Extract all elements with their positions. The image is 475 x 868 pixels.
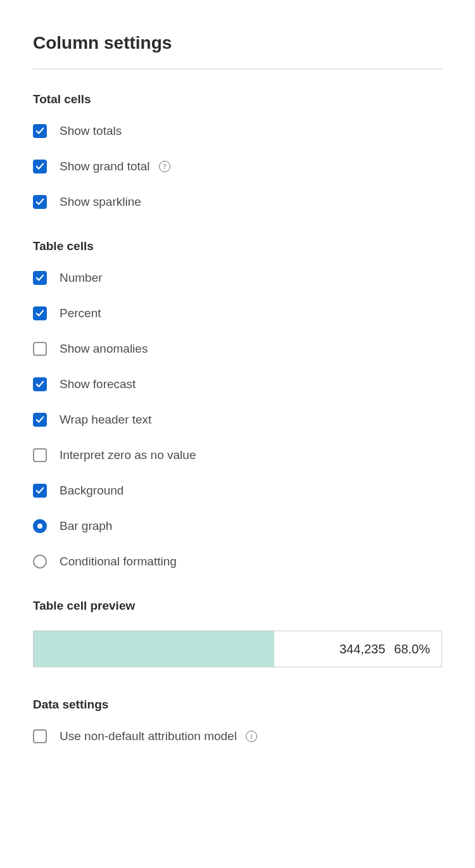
data-settings-heading: Data settings: [33, 698, 442, 712]
check-icon: [35, 198, 44, 206]
show-forecast-checkbox[interactable]: [33, 377, 47, 391]
preview-number: 344,235: [339, 642, 385, 657]
table-cell-preview: 344,235 68.0%: [33, 631, 442, 667]
page-title: Column settings: [33, 33, 442, 53]
preview-values: 344,235 68.0%: [339, 642, 430, 657]
table-cell-preview-heading: Table cell preview: [33, 599, 442, 613]
data-settings-section: Data settings Use non-default attributio…: [33, 698, 442, 743]
check-icon: [35, 274, 44, 282]
bar-graph-row: Bar graph: [33, 519, 442, 533]
show-forecast-row: Show forecast: [33, 377, 442, 391]
number-checkbox[interactable]: [33, 271, 47, 285]
table-cell-preview-section: Table cell preview 344,235 68.0%: [33, 599, 442, 667]
total-cells-heading: Total cells: [33, 92, 442, 106]
percent-row: Percent: [33, 306, 442, 320]
show-anomalies-checkbox[interactable]: [33, 342, 47, 356]
show-totals-label[interactable]: Show totals: [60, 124, 122, 138]
conditional-formatting-label[interactable]: Conditional formatting: [60, 555, 177, 569]
show-anomalies-label[interactable]: Show anomalies: [60, 342, 148, 356]
title-divider: [33, 68, 442, 70]
non-default-attribution-row: Use non-default attribution model: [33, 729, 442, 743]
show-anomalies-row: Show anomalies: [33, 342, 442, 356]
interpret-zero-checkbox[interactable]: [33, 448, 47, 462]
background-label[interactable]: Background: [60, 484, 124, 498]
conditional-formatting-row: Conditional formatting: [33, 555, 442, 569]
show-totals-checkbox[interactable]: [33, 124, 47, 138]
total-cells-section: Total cells Show totals Show grand total…: [33, 92, 442, 209]
check-icon: [35, 486, 44, 495]
bar-graph-label[interactable]: Bar graph: [60, 519, 112, 533]
non-default-attribution-label[interactable]: Use non-default attribution model: [60, 729, 237, 743]
show-sparkline-label[interactable]: Show sparkline: [60, 195, 141, 209]
conditional-formatting-radio[interactable]: [33, 555, 47, 569]
wrap-header-label[interactable]: Wrap header text: [60, 413, 151, 427]
show-totals-row: Show totals: [33, 124, 442, 138]
show-grand-total-label[interactable]: Show grand total: [60, 160, 150, 173]
check-icon: [35, 380, 44, 389]
percent-checkbox[interactable]: [33, 306, 47, 320]
check-icon: [35, 127, 44, 135]
number-row: Number: [33, 271, 442, 285]
show-sparkline-row: Show sparkline: [33, 195, 442, 209]
preview-percent: 68.0%: [394, 642, 430, 657]
table-cells-section: Table cells Number Percent Show anomalie…: [33, 239, 442, 569]
check-icon: [35, 415, 44, 424]
help-icon[interactable]: [159, 161, 170, 172]
table-cells-heading: Table cells: [33, 239, 442, 253]
number-label[interactable]: Number: [60, 271, 103, 285]
check-icon: [35, 309, 44, 318]
show-forecast-label[interactable]: Show forecast: [60, 377, 136, 391]
show-sparkline-checkbox[interactable]: [33, 195, 47, 209]
check-icon: [35, 162, 44, 171]
info-icon[interactable]: [246, 731, 257, 742]
show-grand-total-checkbox[interactable]: [33, 160, 47, 173]
interpret-zero-row: Interpret zero as no value: [33, 448, 442, 462]
bar-graph-radio[interactable]: [33, 519, 47, 533]
wrap-header-row: Wrap header text: [33, 413, 442, 427]
wrap-header-checkbox[interactable]: [33, 413, 47, 427]
non-default-attribution-checkbox[interactable]: [33, 729, 47, 743]
show-grand-total-row: Show grand total: [33, 160, 442, 173]
percent-label[interactable]: Percent: [60, 306, 101, 320]
interpret-zero-label[interactable]: Interpret zero as no value: [60, 448, 196, 462]
background-row: Background: [33, 484, 442, 498]
background-checkbox[interactable]: [33, 484, 47, 498]
preview-bar: [34, 631, 274, 667]
